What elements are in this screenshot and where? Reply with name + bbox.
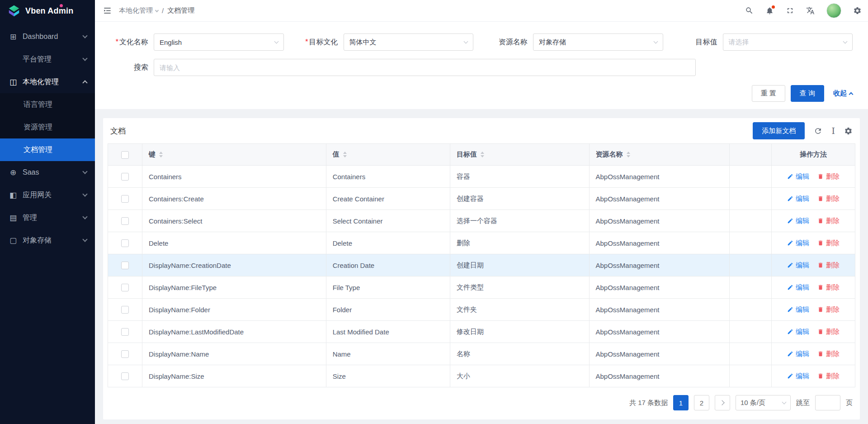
row-checkbox[interactable]	[121, 350, 129, 358]
sidebar-item-dashboard[interactable]: ⊞ Dashboard	[0, 25, 95, 48]
next-page-button[interactable]	[715, 395, 730, 410]
target-culture-label: 目标文化	[309, 38, 338, 46]
sidebar-item-object-storage[interactable]: ▢ 对象存储	[0, 229, 95, 252]
edit-button[interactable]: 编辑	[787, 195, 809, 203]
page-button-1[interactable]: 1	[673, 395, 689, 410]
row-checkbox[interactable]	[121, 284, 129, 291]
translate-icon[interactable]	[806, 6, 815, 15]
select-all-checkbox[interactable]	[121, 151, 129, 159]
search-icon[interactable]	[745, 6, 754, 15]
delete-button[interactable]: 删除	[817, 172, 840, 181]
column-settings-gear-icon[interactable]	[844, 127, 853, 135]
menu-fold-icon[interactable]	[103, 6, 112, 15]
collapse-link[interactable]: 收起	[833, 89, 853, 98]
page-button-2[interactable]: 2	[694, 395, 709, 410]
reset-button[interactable]: 重 置	[752, 85, 785, 102]
settings-gear-icon[interactable]	[853, 6, 862, 15]
target-value-select[interactable]: 请选择	[723, 33, 853, 51]
row-select-cell	[108, 365, 142, 387]
sidebar-item-saas[interactable]: ⊕ Saas	[0, 161, 95, 184]
column-header-value[interactable]: 值	[326, 144, 450, 166]
target-culture-select[interactable]: 简体中文	[344, 33, 474, 51]
edit-button[interactable]: 编辑	[787, 350, 809, 358]
sidebar-item-platform[interactable]: 平台管理	[0, 48, 95, 71]
table-title: 文档	[110, 126, 126, 136]
cell-actions: 编辑删除	[771, 254, 855, 276]
table-row: DisplayName:LastModifiedDateLast Modifie…	[108, 321, 855, 343]
fullscreen-icon[interactable]	[786, 6, 794, 15]
sort-icon[interactable]	[627, 152, 630, 157]
sidebar-item-language-mgmt[interactable]: 语言管理	[0, 93, 95, 116]
refresh-icon[interactable]	[814, 127, 822, 135]
logo-badge-dot	[60, 4, 63, 7]
row-checkbox[interactable]	[121, 173, 129, 181]
column-header-target[interactable]: 目标值	[450, 144, 589, 166]
sidebar-item-admin[interactable]: ▤ 管理	[0, 206, 95, 229]
delete-button[interactable]: 删除	[817, 239, 840, 248]
row-checkbox[interactable]	[121, 217, 129, 225]
delete-button[interactable]: 删除	[817, 261, 840, 270]
delete-button[interactable]: 删除	[817, 217, 840, 225]
delete-button[interactable]: 删除	[817, 328, 840, 336]
culture-select[interactable]: English	[154, 33, 284, 51]
row-checkbox[interactable]	[121, 328, 129, 336]
edit-button[interactable]: 编辑	[787, 283, 809, 292]
sidebar-item-gateway[interactable]: ◧ 应用网关	[0, 184, 95, 206]
notification-bell-icon[interactable]	[765, 6, 774, 15]
edit-button[interactable]: 编辑	[787, 372, 809, 381]
edit-button[interactable]: 编辑	[787, 305, 809, 314]
cell-key: Containers	[142, 166, 326, 188]
row-checkbox[interactable]	[121, 372, 129, 380]
row-checkbox[interactable]	[121, 306, 129, 314]
jump-page-input[interactable]	[815, 395, 840, 410]
delete-button[interactable]: 删除	[817, 372, 840, 381]
filter-field-search: 搜索	[106, 59, 696, 76]
sort-icon[interactable]	[159, 152, 163, 157]
sidebar-item-document-mgmt[interactable]: 文档管理	[0, 138, 95, 161]
delete-button[interactable]: 删除	[817, 350, 840, 358]
select-all-header	[108, 144, 142, 166]
row-checkbox[interactable]	[121, 239, 129, 247]
delete-button[interactable]: 删除	[817, 283, 840, 292]
query-button[interactable]: 查 询	[791, 85, 824, 102]
notification-badge	[772, 5, 775, 9]
add-document-button[interactable]: 添加新文档	[753, 122, 805, 139]
cell-actions: 编辑删除	[771, 276, 855, 299]
row-checkbox[interactable]	[121, 195, 129, 203]
cell-target: 文件类型	[450, 276, 589, 299]
pagination: 共 17 条数据 1 2 10 条/页 跳至 页	[108, 387, 855, 419]
sort-icon[interactable]	[481, 152, 484, 157]
page-size-select[interactable]: 10 条/页	[736, 395, 791, 410]
breadcrumb-parent[interactable]: 本地化管理	[119, 6, 158, 15]
edit-button[interactable]: 编辑	[787, 239, 809, 248]
sidebar-item-localization[interactable]: ◫ 本地化管理	[0, 71, 95, 93]
resource-select-value: 对象存储	[539, 38, 566, 47]
delete-button[interactable]: 删除	[817, 305, 840, 314]
row-checkbox[interactable]	[121, 262, 129, 269]
column-header-resource[interactable]: 资源名称	[589, 144, 730, 166]
cell-actions: 编辑删除	[771, 365, 855, 387]
delete-button[interactable]: 删除	[817, 195, 840, 203]
cell-target: 文件夹	[450, 299, 589, 321]
search-input[interactable]	[154, 59, 696, 76]
edit-button[interactable]: 编辑	[787, 217, 809, 225]
breadcrumb: 本地化管理 / 文档管理	[119, 6, 194, 15]
edit-button[interactable]: 编辑	[787, 172, 809, 181]
user-avatar[interactable]	[826, 3, 841, 18]
edit-button[interactable]: 编辑	[787, 328, 809, 336]
filter-actions: 重 置 查 询 收起	[106, 85, 853, 102]
column-header-key[interactable]: 键	[142, 144, 326, 166]
row-select-cell	[108, 210, 142, 232]
sidebar-menu: ⊞ Dashboard 平台管理 ◫ 本地化管理 语言管理 资源管理	[0, 22, 95, 424]
cell-spacer	[730, 188, 772, 210]
table-row: Containers:SelectSelect Container选择一个容器A…	[108, 210, 855, 232]
sidebar-item-resource-mgmt[interactable]: 资源管理	[0, 116, 95, 138]
resource-select[interactable]: 对象存储	[533, 33, 663, 51]
cell-value: Create Container	[326, 188, 450, 210]
breadcrumb-current: 文档管理	[167, 6, 194, 15]
edit-button[interactable]: 编辑	[787, 261, 809, 270]
sort-icon[interactable]	[343, 152, 347, 157]
logo[interactable]: Vben Admin	[0, 0, 95, 22]
row-height-icon[interactable]: I	[831, 127, 835, 135]
table-row: DisplayName:FileTypeFile Type文件类型AbpOssM…	[108, 276, 855, 299]
